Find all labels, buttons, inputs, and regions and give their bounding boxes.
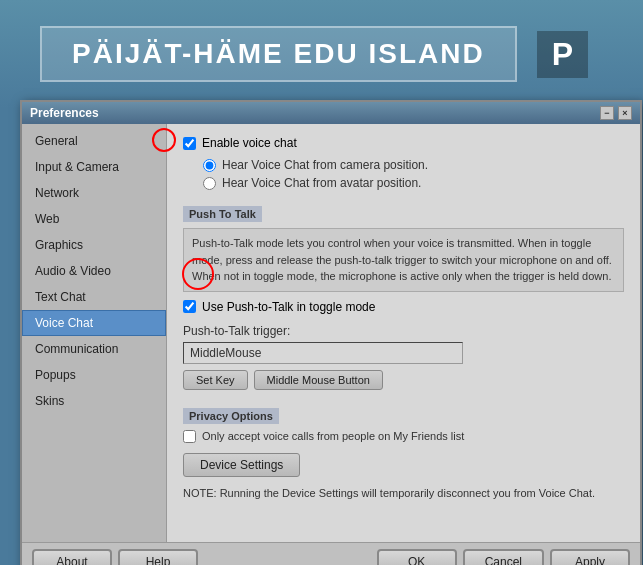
privacy-checkbox-row: Only accept voice calls from people on M… bbox=[183, 430, 624, 443]
enable-voice-checkbox[interactable] bbox=[183, 137, 196, 150]
sidebar-item-text-chat[interactable]: Text Chat bbox=[22, 284, 166, 310]
preferences-dialog: Preferences − × General Input & Camera N… bbox=[20, 100, 642, 565]
privacy-checkbox-label[interactable]: Only accept voice calls from people on M… bbox=[202, 430, 464, 442]
ptt-toggle-row: Use Push-to-Talk in toggle mode bbox=[183, 300, 624, 314]
set-key-button[interactable]: Set Key bbox=[183, 370, 248, 390]
sidebar-item-network[interactable]: Network bbox=[22, 180, 166, 206]
hear-avatar-row: Hear Voice Chat from avatar position. bbox=[203, 176, 624, 190]
help-button[interactable]: Help bbox=[118, 549, 198, 565]
sidebar-item-popups[interactable]: Popups bbox=[22, 362, 166, 388]
ptt-description: Push-to-Talk mode lets you control when … bbox=[183, 228, 624, 292]
device-settings-row: Device Settings bbox=[183, 453, 624, 485]
island-title: PÄIJÄT-HÄME EDU ISLAND bbox=[72, 38, 485, 69]
ptt-trigger-input[interactable] bbox=[183, 342, 463, 364]
sidebar: General Input & Camera Network Web Graph… bbox=[22, 124, 167, 542]
island-title-box: PÄIJÄT-HÄME EDU ISLAND bbox=[40, 26, 517, 82]
minimize-button[interactable]: − bbox=[600, 106, 614, 120]
content-area: Enable voice chat Hear Voice Chat from c… bbox=[167, 124, 640, 542]
sidebar-item-web[interactable]: Web bbox=[22, 206, 166, 232]
ptt-button-row: Set Key Middle Mouse Button bbox=[183, 370, 624, 390]
about-button[interactable]: About bbox=[32, 549, 112, 565]
dialog-titlebar: Preferences − × bbox=[22, 102, 640, 124]
enable-voice-label[interactable]: Enable voice chat bbox=[202, 136, 297, 150]
dialog-footer: About Help OK Cancel Apply bbox=[22, 542, 640, 565]
push-to-talk-section-label: Push To Talk bbox=[183, 206, 262, 222]
island-p-label: P bbox=[537, 31, 588, 78]
close-button[interactable]: × bbox=[618, 106, 632, 120]
privacy-checkbox[interactable] bbox=[183, 430, 196, 443]
note-text: NOTE: Running the Device Settings will t… bbox=[183, 485, 624, 502]
hear-voice-group: Hear Voice Chat from camera position. He… bbox=[203, 158, 624, 190]
device-settings-button[interactable]: Device Settings bbox=[183, 453, 300, 477]
hear-camera-radio[interactable] bbox=[203, 159, 216, 172]
hear-camera-label[interactable]: Hear Voice Chat from camera position. bbox=[222, 158, 428, 172]
sidebar-item-skins[interactable]: Skins bbox=[22, 388, 166, 414]
sidebar-item-audio-video[interactable]: Audio & Video bbox=[22, 258, 166, 284]
hear-avatar-label[interactable]: Hear Voice Chat from avatar position. bbox=[222, 176, 421, 190]
sidebar-item-communication[interactable]: Communication bbox=[22, 336, 166, 362]
ptt-trigger-label: Push-to-Talk trigger: bbox=[183, 324, 624, 338]
sidebar-item-general[interactable]: General bbox=[22, 128, 166, 154]
footer-left-buttons: About Help bbox=[32, 549, 198, 565]
enable-voice-row: Enable voice chat bbox=[183, 136, 624, 150]
footer-right-buttons: OK Cancel Apply bbox=[377, 549, 630, 565]
sidebar-item-input-camera[interactable]: Input & Camera bbox=[22, 154, 166, 180]
ptt-toggle-checkbox[interactable] bbox=[183, 300, 196, 313]
ptt-toggle-label[interactable]: Use Push-to-Talk in toggle mode bbox=[202, 300, 375, 314]
titlebar-controls: − × bbox=[600, 106, 632, 120]
hear-camera-row: Hear Voice Chat from camera position. bbox=[203, 158, 624, 172]
dialog-title: Preferences bbox=[30, 106, 99, 120]
ok-button[interactable]: OK bbox=[377, 549, 457, 565]
dialog-body: General Input & Camera Network Web Graph… bbox=[22, 124, 640, 542]
privacy-section-label: Privacy Options bbox=[183, 408, 279, 424]
background-header: PÄIJÄT-HÄME EDU ISLAND P bbox=[0, 0, 643, 108]
middle-mouse-button[interactable]: Middle Mouse Button bbox=[254, 370, 383, 390]
apply-button[interactable]: Apply bbox=[550, 549, 630, 565]
cancel-button[interactable]: Cancel bbox=[463, 549, 544, 565]
sidebar-item-voice-chat[interactable]: Voice Chat bbox=[22, 310, 166, 336]
sidebar-item-graphics[interactable]: Graphics bbox=[22, 232, 166, 258]
hear-avatar-radio[interactable] bbox=[203, 177, 216, 190]
